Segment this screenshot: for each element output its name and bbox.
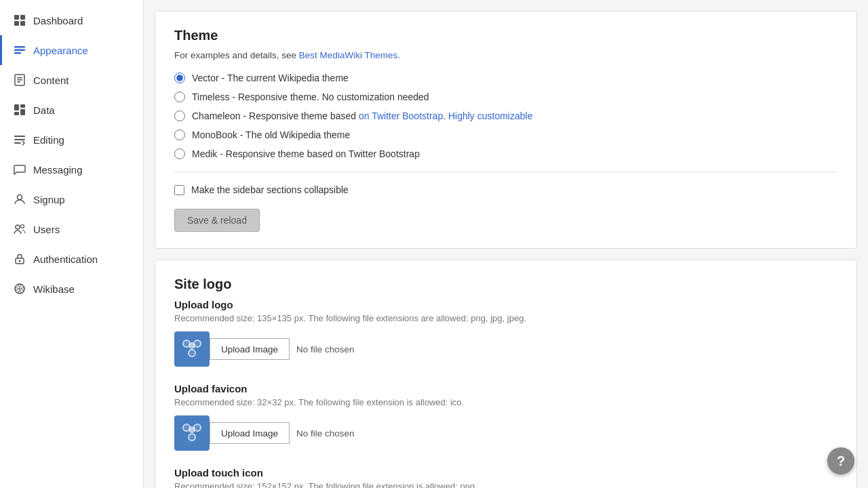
svg-rect-12 xyxy=(20,104,25,108)
sidebar-label-appearance: Appearance xyxy=(33,45,88,56)
svg-point-18 xyxy=(18,195,22,200)
upload-favicon-row: Upload Image No file chosen xyxy=(174,415,837,451)
upload-logo-section: Upload logo Recommended size: 135×135 px… xyxy=(174,299,837,367)
svg-point-36 xyxy=(189,342,195,349)
svg-rect-2 xyxy=(14,21,19,26)
svg-rect-11 xyxy=(14,104,19,110)
theme-subtitle: For examples and details, see Best Media… xyxy=(174,50,837,60)
svg-rect-3 xyxy=(20,21,25,26)
site-logo-title: Site logo xyxy=(174,277,837,292)
sidebar-item-users[interactable]: Users xyxy=(0,214,143,244)
upload-logo-hint: Recommended size: 135×135 px. The follow… xyxy=(174,313,837,323)
theme-radio-timeless[interactable] xyxy=(174,92,185,102)
theme-subtitle-end: . xyxy=(397,50,400,60)
theme-divider xyxy=(174,171,837,172)
upload-favicon-label: Upload favicon xyxy=(174,383,837,394)
upload-logo-label: Upload logo xyxy=(174,299,837,310)
svg-rect-4 xyxy=(14,46,25,48)
sidebar-label-editing: Editing xyxy=(33,134,64,146)
theme-radio-medik[interactable] xyxy=(174,148,185,159)
svg-point-40 xyxy=(184,425,189,430)
editing-icon xyxy=(13,133,26,146)
svg-rect-10 xyxy=(17,81,20,83)
svg-rect-1 xyxy=(20,15,25,20)
save-reload-button[interactable]: Save & reload xyxy=(174,209,260,232)
svg-point-19 xyxy=(16,225,20,229)
logo-preview-icon xyxy=(174,331,210,367)
dashboard-icon xyxy=(13,14,26,27)
upload-favicon-button[interactable]: Upload Image xyxy=(210,422,290,444)
sidebar-label-authentication: Authentication xyxy=(33,253,98,265)
svg-point-33 xyxy=(184,341,189,346)
sidebar-item-dashboard[interactable]: Dashboard xyxy=(0,5,143,35)
theme-option-monobook[interactable]: MonoBook - The old Wikipedia theme xyxy=(174,129,837,140)
sidebar-collapsible-label: Make the sidebar sections collapsible xyxy=(191,184,349,195)
sidebar-item-messaging[interactable]: Messaging xyxy=(0,155,143,184)
sidebar-item-authentication[interactable]: Authentication xyxy=(0,244,143,274)
signup-icon xyxy=(13,192,26,206)
theme-option-vector-label: Vector - The current Wikipedia theme xyxy=(192,73,349,83)
upload-favicon-no-file: No file chosen xyxy=(296,428,355,439)
sidebar-item-content[interactable]: Content xyxy=(0,65,143,95)
appearance-icon xyxy=(13,43,26,57)
users-icon xyxy=(13,222,26,236)
theme-option-chameleon-label: Chameleon - Responsive theme based on Tw… xyxy=(192,110,532,121)
wikibase-icon xyxy=(13,282,26,296)
upload-touch-icon-hint: Recommended size: 152×152 px. The follow… xyxy=(174,481,837,488)
theme-subtitle-text: For examples and details, see xyxy=(174,50,299,60)
theme-option-monobook-label: MonoBook - The old Wikipedia theme xyxy=(192,129,350,140)
theme-title: Theme xyxy=(174,28,837,43)
svg-rect-15 xyxy=(14,136,25,137)
sidebar-label-wikibase: Wikibase xyxy=(33,283,75,295)
svg-rect-6 xyxy=(14,52,21,54)
theme-option-medik-label: Medik - Responsive theme based on Twitte… xyxy=(192,148,420,159)
sidebar-item-editing[interactable]: Editing xyxy=(0,125,143,155)
help-button[interactable]: ? xyxy=(827,447,854,474)
sidebar: Dashboard Appearance Content xyxy=(0,0,144,488)
theme-radio-vector[interactable] xyxy=(174,73,185,83)
svg-point-34 xyxy=(195,341,200,346)
sidebar-label-dashboard: Dashboard xyxy=(33,15,83,26)
favicon-preview-icon xyxy=(174,415,210,451)
upload-logo-row: Upload Image No file chosen xyxy=(174,331,837,367)
best-mediawiki-themes-link[interactable]: Best MediaWiki Themes xyxy=(299,50,397,60)
sidebar-item-appearance[interactable]: Appearance xyxy=(0,35,143,65)
upload-touch-icon-label: Upload touch icon xyxy=(174,467,837,479)
svg-rect-13 xyxy=(14,112,19,115)
upload-touch-icon-section: Upload touch icon Recommended size: 152×… xyxy=(174,467,837,488)
svg-point-20 xyxy=(21,225,24,228)
sidebar-item-wikibase[interactable]: Wikibase xyxy=(0,274,143,304)
theme-option-timeless[interactable]: Timeless - Responsive theme. No customiz… xyxy=(174,92,837,102)
svg-rect-14 xyxy=(20,109,25,115)
sidebar-item-data[interactable]: Data xyxy=(0,95,143,125)
svg-point-35 xyxy=(189,350,195,356)
sidebar-label-signup: Signup xyxy=(33,194,65,205)
upload-favicon-section: Upload favicon Recommended size: 32×32 p… xyxy=(174,383,837,451)
svg-rect-17 xyxy=(14,142,21,144)
theme-option-chameleon[interactable]: Chameleon - Responsive theme based on Tw… xyxy=(174,110,837,121)
sidebar-label-data: Data xyxy=(33,104,55,116)
upload-logo-button[interactable]: Upload Image xyxy=(210,338,290,360)
sidebar-collapsible-option[interactable]: Make the sidebar sections collapsible xyxy=(174,184,837,195)
messaging-icon xyxy=(13,163,26,176)
upload-favicon-hint: Recommended size: 32×32 px. The followin… xyxy=(174,397,837,407)
authentication-icon xyxy=(13,252,26,266)
theme-option-medik[interactable]: Medik - Responsive theme based on Twitte… xyxy=(174,148,837,159)
svg-rect-0 xyxy=(14,15,19,20)
theme-radio-group: Vector - The current Wikipedia theme Tim… xyxy=(174,73,837,159)
sidebar-label-messaging: Messaging xyxy=(33,164,83,176)
svg-rect-5 xyxy=(14,49,25,52)
content-icon xyxy=(13,73,26,87)
svg-rect-8 xyxy=(17,77,22,79)
sidebar-item-signup[interactable]: Signup xyxy=(0,184,143,214)
svg-point-42 xyxy=(189,434,195,440)
theme-radio-monobook[interactable] xyxy=(174,129,185,140)
svg-rect-16 xyxy=(14,139,25,140)
theme-option-vector[interactable]: Vector - The current Wikipedia theme xyxy=(174,73,837,83)
sidebar-collapsible-checkbox[interactable] xyxy=(174,185,184,195)
svg-point-43 xyxy=(189,426,195,433)
main-content: Theme For examples and details, see Best… xyxy=(144,0,868,488)
theme-radio-chameleon[interactable] xyxy=(174,110,185,121)
theme-option-timeless-label: Timeless - Responsive theme. No customiz… xyxy=(192,92,429,102)
svg-point-41 xyxy=(195,425,200,430)
